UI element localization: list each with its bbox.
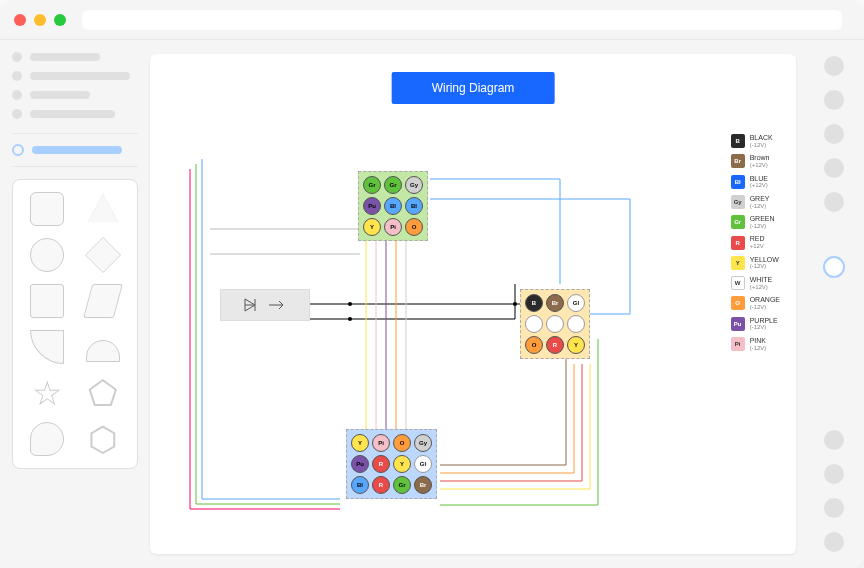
tool-button[interactable]	[824, 532, 844, 552]
tool-button[interactable]	[824, 124, 844, 144]
maximize-icon[interactable]	[54, 14, 66, 26]
connector-pin[interactable]: Pi	[372, 434, 390, 452]
tool-button[interactable]	[824, 498, 844, 518]
connector-pin[interactable]: R	[372, 455, 390, 473]
shape-rectangle[interactable]	[30, 284, 64, 318]
legend-row: OORANGE(-12V)	[731, 296, 780, 310]
connector-right[interactable]: BBrGlORY	[520, 289, 590, 359]
connector-pin[interactable]: R	[372, 476, 390, 494]
connector-pin[interactable]: Y	[363, 218, 381, 236]
legend-swatch: R	[731, 236, 745, 250]
svg-point-1	[348, 317, 352, 321]
legend-label: GREEN(-12V)	[750, 215, 775, 229]
window-controls	[14, 14, 66, 26]
legend-row: GyGREY(-12V)	[731, 195, 780, 209]
diagram-title: Wiring Diagram	[392, 72, 555, 104]
shape-parallelogram[interactable]	[83, 284, 123, 318]
tool-button[interactable]	[824, 464, 844, 484]
app-window: Wiring Diagram	[0, 0, 864, 568]
radio-icon	[12, 144, 24, 156]
legend-swatch: O	[731, 296, 745, 310]
minimize-icon[interactable]	[34, 14, 46, 26]
shape-rounded-rect[interactable]	[30, 192, 64, 226]
legend-row: BBLACK(-12V)	[731, 134, 780, 148]
connector-pin[interactable]: Bl	[384, 197, 402, 215]
right-sidebar	[804, 40, 864, 568]
tool-button[interactable]	[824, 56, 844, 76]
shape-star[interactable]	[30, 376, 64, 410]
connector-pin[interactable]: Gr	[384, 176, 402, 194]
nav-item-selected[interactable]	[12, 133, 138, 167]
connector-pin[interactable]: Pu	[351, 455, 369, 473]
legend-label: WHITE(+12V)	[750, 276, 773, 290]
connector-pin[interactable]: O	[393, 434, 411, 452]
connector-pin[interactable]	[546, 315, 564, 333]
connector-pin[interactable]: O	[405, 218, 423, 236]
connector-pin[interactable]: Gl	[414, 455, 432, 473]
legend-row: PuPURPLE(-12V)	[731, 317, 780, 331]
canvas[interactable]: Wiring Diagram	[150, 54, 796, 554]
connector-pin[interactable]: O	[525, 336, 543, 354]
legend-swatch: Bl	[731, 175, 745, 189]
legend-row: YYELLOW(-12V)	[731, 256, 780, 270]
legend-label: Brown(+12V)	[750, 154, 770, 168]
shape-pentagon[interactable]	[86, 376, 120, 410]
connector-pin[interactable]: Gy	[405, 176, 423, 194]
legend-label: BLACK(-12V)	[750, 134, 773, 148]
nav-label	[32, 146, 122, 154]
shape-circle[interactable]	[30, 238, 64, 272]
connector-pin[interactable]: Y	[393, 455, 411, 473]
connector-pin[interactable]: Y	[567, 336, 585, 354]
nav-item[interactable]	[12, 109, 138, 119]
legend-row: WWHITE(+12V)	[731, 276, 780, 290]
nav-item[interactable]	[12, 90, 138, 100]
shape-quarter-circle[interactable]	[30, 330, 64, 364]
shape-triangle[interactable]	[86, 192, 120, 226]
connector-pin[interactable]: R	[546, 336, 564, 354]
shape-diamond[interactable]	[85, 237, 121, 273]
tool-button[interactable]	[824, 192, 844, 212]
close-icon[interactable]	[14, 14, 26, 26]
connector-pin[interactable]: Bl	[351, 476, 369, 494]
connector-pin[interactable]: B	[525, 294, 543, 312]
shape-teardrop[interactable]	[30, 422, 64, 456]
connector-pin[interactable]: Gr	[363, 176, 381, 194]
nav-item[interactable]	[12, 52, 138, 62]
nav-list	[12, 52, 138, 119]
connector-pin[interactable]: Br	[414, 476, 432, 494]
wiring-layer	[160, 109, 786, 544]
address-bar[interactable]	[82, 10, 842, 30]
svg-point-2	[513, 302, 517, 306]
tool-button-selected[interactable]	[823, 256, 845, 278]
connector-pin[interactable]: Gl	[567, 294, 585, 312]
connector-pin[interactable]: Gy	[414, 434, 432, 452]
connector-pin[interactable]: Pi	[384, 218, 402, 236]
shape-semicircle[interactable]	[86, 340, 120, 362]
connector-pin[interactable]: Y	[351, 434, 369, 452]
legend-label: ORANGE(-12V)	[750, 296, 780, 310]
legend-row: BlBLUE(+12V)	[731, 175, 780, 189]
titlebar	[0, 0, 864, 40]
tool-button[interactable]	[824, 430, 844, 450]
nav-item[interactable]	[12, 71, 138, 81]
connector-pin[interactable]	[525, 315, 543, 333]
legend-swatch: Br	[731, 154, 745, 168]
connector-pin[interactable]: Gr	[393, 476, 411, 494]
connector-bottom[interactable]: YPiOGyPuRYGlBlRGrBr	[346, 429, 437, 499]
shape-hexagon[interactable]	[86, 422, 120, 456]
connector-pin[interactable]	[567, 315, 585, 333]
legend-label: YELLOW(-12V)	[750, 256, 779, 270]
connector-top[interactable]: GrGrGyPuBlBlYPiO	[358, 171, 428, 241]
svg-point-0	[348, 302, 352, 306]
connector-pin[interactable]: Br	[546, 294, 564, 312]
connector-pin[interactable]: Bl	[405, 197, 423, 215]
connector-pin[interactable]: Pu	[363, 197, 381, 215]
component-diode[interactable]	[220, 289, 310, 321]
legend-swatch: Gy	[731, 195, 745, 209]
tool-button[interactable]	[824, 90, 844, 110]
tool-button[interactable]	[824, 158, 844, 178]
color-legend: BBLACK(-12V)BrBrown(+12V)BlBLUE(+12V)GyG…	[731, 134, 780, 357]
main-canvas-area: Wiring Diagram	[150, 40, 804, 568]
legend-label: GREY(-12V)	[750, 195, 770, 209]
arrow-icon	[269, 299, 287, 311]
